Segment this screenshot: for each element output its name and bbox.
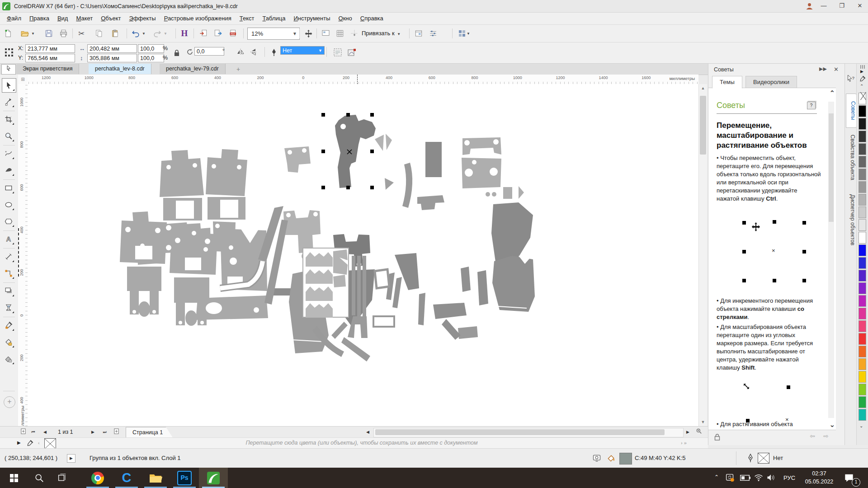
palette-flyout-icon[interactable]: ▶ <box>860 69 863 74</box>
palette-swatch[interactable] <box>859 105 866 117</box>
doc-palette-eyedropper-icon[interactable] <box>26 440 33 447</box>
show-grid-icon[interactable] <box>335 28 345 39</box>
tab-videos[interactable]: Видеоролики <box>745 76 797 88</box>
print-icon[interactable] <box>58 28 69 39</box>
palette-swatch[interactable] <box>859 358 866 370</box>
width-field[interactable]: 200,482 мм <box>87 44 137 53</box>
taskbar-photoshop-icon[interactable]: Ps <box>170 468 199 488</box>
undo-icon[interactable] <box>130 28 141 39</box>
tray-sync-icon[interactable] <box>725 473 735 484</box>
cut-icon[interactable]: ✂ <box>76 28 87 39</box>
parallel-dimension-tool[interactable] <box>2 250 15 263</box>
publish-pdf-icon[interactable]: PDF <box>228 28 239 39</box>
convert-to-curves-icon[interactable] <box>347 48 356 57</box>
docker-close-icon[interactable]: ✕ <box>834 66 839 73</box>
pick-tool[interactable] <box>2 78 16 93</box>
tab-perchatka-lev-79[interactable]: perchatka_lev-79.cdr <box>160 64 226 74</box>
doc-palette-flyout-icon[interactable]: ▶ <box>17 440 21 445</box>
help-icon[interactable]: ? <box>807 102 816 109</box>
ruler-origin[interactable]: ⊞ <box>18 75 28 84</box>
status-flyout-icon[interactable]: ▶ <box>67 454 75 463</box>
lock-icon[interactable] <box>714 433 721 441</box>
import-icon[interactable] <box>198 28 209 39</box>
selected-group-piece[interactable] <box>333 115 376 267</box>
tips-scrollbar[interactable] <box>828 102 834 418</box>
mirror-horizontal-icon[interactable] <box>237 48 245 56</box>
palette-swatch[interactable] <box>859 219 866 231</box>
canvas-vertical-scrollbar[interactable]: ▲ ▼ <box>698 84 707 426</box>
palette-swatch[interactable] <box>859 257 866 269</box>
taskbar-search-icon[interactable] <box>28 468 51 488</box>
drop-shadow-tool[interactable] <box>2 284 15 298</box>
fill-color-swatch[interactable] <box>619 453 632 465</box>
undo-dropdown-icon[interactable]: ▼ <box>141 28 146 39</box>
first-page-icon[interactable]: ⏮ <box>29 428 38 436</box>
page-tab[interactable]: Страница 1 <box>126 427 173 438</box>
tray-wifi-icon[interactable] <box>754 474 763 483</box>
taskbar-file-explorer-icon[interactable] <box>141 468 170 488</box>
palette-swatch[interactable] <box>859 384 866 395</box>
maximize-button[interactable]: ❐ <box>833 0 851 12</box>
tab-perchatka-lev-8[interactable]: perchatka_lev-8.cdr <box>89 64 151 74</box>
close-button[interactable]: ✕ <box>851 0 868 12</box>
tab-welcome-screen[interactable]: Экран приветствия <box>16 64 79 74</box>
palette-scroll-down-icon[interactable]: ⌄ <box>859 423 863 428</box>
docker-tab-tips[interactable]: Советы <box>846 94 857 128</box>
paste-icon[interactable] <box>109 28 120 39</box>
height-field[interactable]: 305,886 мм <box>87 54 137 62</box>
menu-растровые изображения[interactable]: Растровые изображения <box>160 13 236 24</box>
add-tools-button[interactable]: + <box>4 396 15 408</box>
palette-swatch[interactable] <box>859 194 866 206</box>
redo-dropdown-icon[interactable]: ▼ <box>162 28 168 39</box>
snap-indicator-icon[interactable] <box>349 28 360 39</box>
palette-swatch[interactable] <box>859 346 866 357</box>
tray-language[interactable]: РУС <box>783 474 795 481</box>
palette-swatch[interactable] <box>859 131 866 142</box>
menu-справка[interactable]: Справка <box>356 13 387 24</box>
palette-swatch[interactable] <box>859 371 866 383</box>
docker-collapse-icon[interactable]: ▶▶ <box>819 66 827 72</box>
scale-y-field[interactable]: 100,0 <box>138 54 164 62</box>
doc-palette-scroll-left-icon[interactable]: ‹ <box>38 440 40 446</box>
shape-tool[interactable] <box>2 95 15 108</box>
transparency-tool[interactable] <box>2 301 15 314</box>
menu-вид[interactable]: Вид <box>53 13 72 24</box>
application-launcher-icon[interactable]: ▼ <box>457 28 472 39</box>
palette-swatch[interactable] <box>859 143 866 155</box>
display-color-icon[interactable] <box>592 454 601 463</box>
h-scroll-left-icon[interactable]: ◀ <box>363 428 372 436</box>
taskbar-chrome-icon[interactable] <box>83 468 112 488</box>
forward-icon[interactable]: ⇨ <box>823 432 829 440</box>
crop-tool[interactable] <box>2 113 15 126</box>
full-screen-preview-icon[interactable] <box>320 28 331 39</box>
taskbar-c-app-icon[interactable]: C <box>112 468 141 488</box>
tray-hidden-icons-chevron[interactable]: ⌃ <box>714 474 719 480</box>
back-icon[interactable]: ⇦ <box>810 432 815 440</box>
palette-swatch[interactable] <box>859 232 866 244</box>
palette-swatch[interactable] <box>859 295 866 307</box>
menu-эффекты[interactable]: Эффекты <box>125 13 160 24</box>
palette-eyedropper-icon[interactable] <box>859 75 866 82</box>
tray-battery-icon[interactable] <box>740 475 750 482</box>
doc-palette-none-swatch[interactable] <box>44 438 56 449</box>
outline-color-swatch[interactable] <box>758 453 769 464</box>
customize-sliders-icon[interactable] <box>428 28 439 39</box>
menu-правка[interactable]: Правка <box>25 13 53 24</box>
polygon-tool[interactable] <box>2 215 15 228</box>
search-content-icon[interactable]: H <box>179 28 190 39</box>
zoom-page-icon[interactable] <box>694 428 703 436</box>
save-icon[interactable] <box>43 28 54 39</box>
menu-окно[interactable]: Окно <box>335 13 356 24</box>
context-help-icon[interactable]: ? <box>846 75 854 85</box>
interactive-fill-tool[interactable] <box>2 352 15 366</box>
zoom-tool[interactable] <box>2 129 15 143</box>
glove-pattern-drawing[interactable] <box>28 84 698 426</box>
x-position-field[interactable]: 213,777 мм <box>25 44 75 53</box>
v-scroll-thumb[interactable] <box>700 96 706 155</box>
ellipse-tool[interactable] <box>2 198 15 211</box>
palette-swatch[interactable] <box>859 282 866 294</box>
pan-icon[interactable] <box>303 28 314 39</box>
docker-tab-object-properties[interactable]: Свойства объекта <box>846 127 856 188</box>
lock-ratio-icon[interactable] <box>174 49 180 56</box>
coreldraw-app-icon[interactable] <box>2 2 10 10</box>
